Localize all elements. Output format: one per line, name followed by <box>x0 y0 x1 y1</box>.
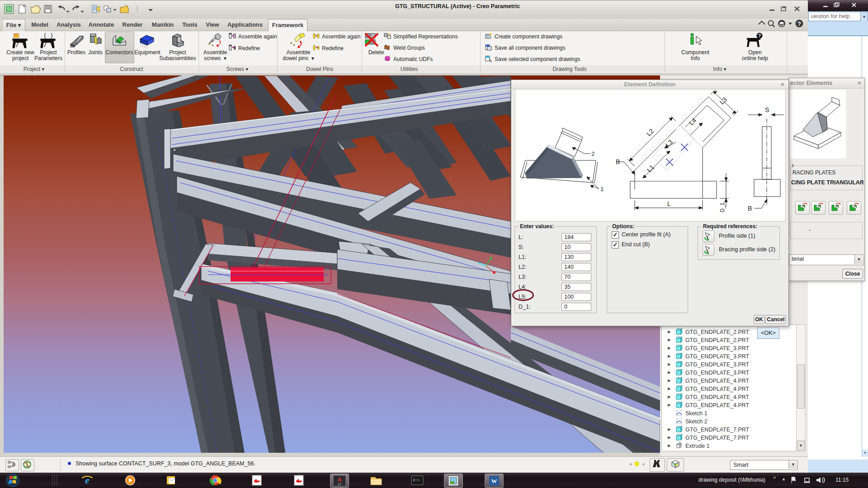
svg-text:B: B <box>616 158 620 165</box>
svg-text:L4: L4 <box>688 117 698 127</box>
svg-text:A: A <box>337 476 342 483</box>
svg-text:( ): ( ) <box>43 33 53 39</box>
svg-text:D_1: D_1 <box>719 202 726 212</box>
svg-text:C:\: C:\ <box>413 478 420 482</box>
svg-text:?: ? <box>758 33 761 38</box>
svg-text:L1: L1 <box>646 164 656 174</box>
svg-text:1: 1 <box>600 186 604 192</box>
svg-text:LT: LT <box>338 483 341 486</box>
svg-text:B: B <box>748 205 752 212</box>
svg-text:?: ? <box>797 20 801 27</box>
svg-text:L2: L2 <box>645 127 655 137</box>
svg-text:2: 2 <box>591 150 594 157</box>
svg-text:W: W <box>491 478 497 484</box>
svg-text:L: L <box>667 200 671 207</box>
svg-text:S: S <box>765 106 769 113</box>
